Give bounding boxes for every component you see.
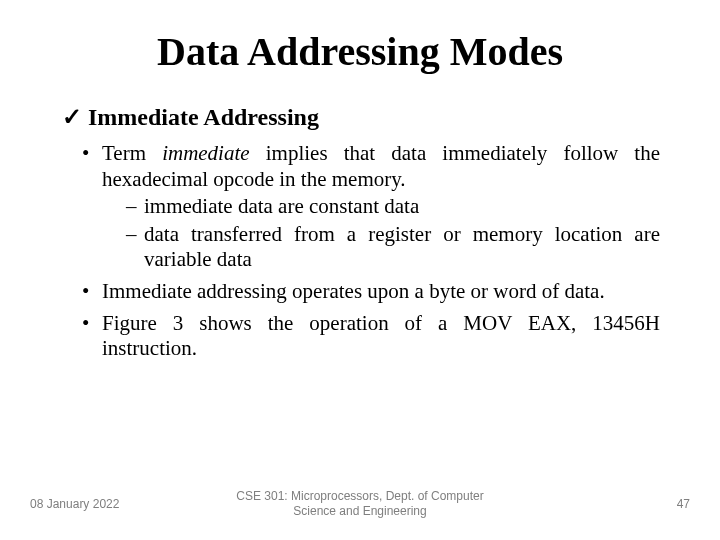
footer-page-number: 47 [496,497,690,511]
bullet-text-part: Term [102,141,162,165]
footer: 08 January 2022 CSE 301: Microprocessors… [0,489,720,518]
sub-item: immediate data are constant data [126,194,660,220]
footer-course: CSE 301: Microprocessors, Dept. of Compu… [224,489,496,518]
subheading: ✓Immediate Addressing [60,103,660,131]
bullet-item: Immediate addressing operates upon a byt… [86,279,660,305]
sub-list: immediate data are constant data data tr… [102,194,660,273]
footer-date: 08 January 2022 [30,497,224,511]
bullet-item: Term immediate implies that data immedia… [86,141,660,273]
bullet-text-italic: immediate [162,141,249,165]
bullet-list: Term immediate implies that data immedia… [60,141,660,362]
bullet-item: Figure 3 shows the operation of a MOV EA… [86,311,660,362]
subheading-text: Immediate Addressing [88,104,319,130]
sub-item: data transferred from a register or memo… [126,222,660,273]
checkmark-icon: ✓ [62,103,82,131]
slide-title: Data Addressing Modes [60,28,660,75]
